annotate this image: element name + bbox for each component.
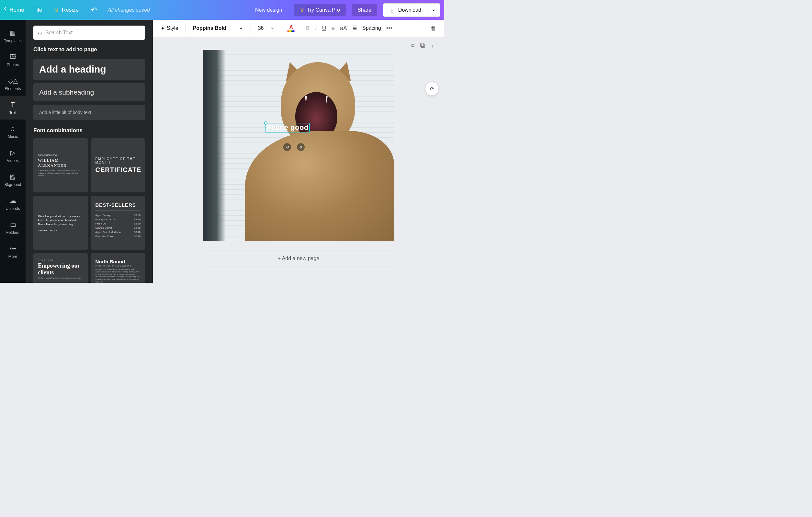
sparkle-icon (161, 25, 165, 31)
rail-bkground[interactable]: ▨Bkground (0, 168, 26, 191)
combo-text: Empowering our clients (38, 263, 83, 276)
try-pro-button[interactable]: Try Canva Pro (294, 4, 346, 16)
combo-text: Fresh OJ (95, 222, 106, 225)
rail-label: Templates (4, 38, 22, 43)
resize-menu[interactable]: Resize (51, 4, 82, 15)
combo-text: North Bound (95, 259, 141, 264)
chevron-left-icon (4, 7, 7, 13)
add-body-button[interactable]: Add a little bit of body text (33, 105, 145, 120)
chevron-down-icon (431, 7, 436, 13)
add-page-icon[interactable]: ＋ (430, 43, 435, 50)
combo-text: This certifies that (38, 154, 83, 157)
combo-text: $3.10 (134, 230, 141, 234)
rail-text[interactable]: TText (0, 96, 26, 119)
rotate-handle[interactable]: ⟲ (283, 143, 291, 151)
rail-label: More (8, 254, 17, 259)
combo-card[interactable]: This certifies that WILLIAM ALEXANDER is… (33, 138, 88, 192)
download-dropdown[interactable] (427, 3, 440, 17)
rail-folders[interactable]: 🗀Folders (0, 216, 26, 239)
share-button[interactable]: Share (352, 4, 377, 16)
rail-photos[interactable]: 🖼Photos (0, 48, 26, 72)
combo-text: Pear Kiwi Cooler (95, 235, 115, 238)
download-label: Download (398, 7, 421, 13)
text-content[interactable]: Feline good (267, 124, 309, 132)
panel-hint: Click text to add to page (33, 46, 145, 53)
bold-button[interactable]: B (305, 25, 310, 32)
combo-card[interactable]: EMPLOYEE OF THE MONTH CERTIFICATE (91, 138, 145, 192)
combo-text: Apple Carrot Madness (95, 230, 121, 234)
text-color-button[interactable]: A (288, 25, 295, 32)
undo-button[interactable] (88, 4, 100, 16)
rail-uploads[interactable]: ☁Uploads (0, 192, 26, 215)
color-bar-icon (288, 30, 295, 32)
font-combos-title: Font combinations (33, 127, 145, 134)
rail-label: Bkground (4, 182, 21, 187)
new-design-button[interactable]: New design (249, 4, 288, 16)
italic-button[interactable]: I (315, 25, 317, 32)
chevron-down-icon (239, 25, 243, 32)
search-input[interactable] (45, 30, 141, 36)
crown-icon (54, 6, 59, 13)
font-size-value: 36 (258, 25, 264, 31)
try-pro-label: Try Canva Pro (307, 7, 340, 13)
duplicate-page-icon[interactable]: ⿻ (420, 43, 426, 50)
chevron-down-icon (270, 25, 275, 32)
combo-text: CERTIFICATE (95, 166, 141, 174)
move-handle[interactable]: ✥ (297, 143, 304, 151)
font-select[interactable]: Poppins Bold (191, 23, 245, 33)
combo-text: WILLIAM ALEXANDER (38, 158, 83, 168)
resize-handle[interactable] (264, 121, 267, 125)
more-button[interactable]: ••• (386, 25, 393, 32)
align-button[interactable]: ≡ (331, 25, 335, 32)
search-wrap[interactable] (33, 26, 145, 40)
case-button[interactable]: aA (340, 25, 347, 32)
combo-text: According to Wikipedia, a paragraph is a… (95, 268, 141, 283)
delete-button[interactable] (431, 25, 436, 32)
templates-icon: ▦ (9, 29, 17, 36)
workspace: 🗎 ⿻ ＋ ⟳ (153, 37, 444, 283)
combo-text: Work like you don't need the money. Love… (38, 214, 83, 226)
download-icon (389, 6, 395, 13)
videos-icon: ▷ (9, 149, 17, 157)
combo-text: Pineapple Carrot (95, 218, 115, 221)
underline-button[interactable]: U (322, 25, 326, 32)
combo-text: $5.10 (134, 235, 141, 238)
download-button[interactable]: Download (383, 3, 427, 17)
sparkle-refresh-icon: ⟳ (430, 86, 434, 92)
style-button[interactable]: Style (158, 24, 180, 33)
add-heading-button[interactable]: Add a heading (33, 59, 145, 80)
notes-icon[interactable]: 🗎 (410, 43, 416, 50)
rail-music[interactable]: ♫Music (0, 120, 26, 143)
spacing-button[interactable]: Spacing (362, 25, 381, 31)
rail-label: Music (8, 134, 18, 139)
combo-text: $3.90 (134, 222, 141, 225)
combo-card[interactable]: PROGRESS Empowering our clients We have … (33, 253, 88, 283)
uploads-icon: ☁ (9, 197, 17, 205)
font-size-select[interactable]: 36 (256, 23, 277, 33)
combo-card[interactable]: BEST-SELLERS Apple Orange$3.90 Pineapple… (91, 196, 145, 250)
rail-label: Uploads (5, 206, 20, 211)
rail-templates[interactable]: ▦Templates (0, 24, 26, 48)
rail-more[interactable]: •••More (0, 240, 26, 263)
combo-text: INTERIOR DESIGN AND BUILDERS (95, 265, 141, 267)
bkground-icon: ▨ (9, 173, 17, 181)
text-icon: T (9, 101, 17, 109)
add-page-button[interactable]: + Add a new page (203, 250, 394, 267)
list-button[interactable]: ≣ (352, 25, 357, 32)
add-subheading-button[interactable]: Add a subheading (33, 83, 145, 101)
selected-text-element[interactable]: Feline good (265, 123, 310, 133)
rail-label: Photos (7, 62, 19, 67)
combo-text: We have over 20 years of consultancy exp… (38, 277, 83, 279)
combo-card[interactable]: North Bound INTERIOR DESIGN AND BUILDERS… (91, 253, 145, 283)
combo-card[interactable]: Work like you don't need the money. Love… (33, 196, 88, 250)
rail-videos[interactable]: ▷Videos (0, 144, 26, 167)
rail-label: Elements (4, 86, 21, 91)
letter-a-icon: A (289, 25, 293, 30)
rail-elements[interactable]: ◇△Elements (0, 72, 26, 96)
combo-text: PROGRESS (38, 259, 83, 261)
file-menu[interactable]: File (30, 5, 45, 15)
regenerate-button[interactable]: ⟳ (426, 82, 438, 95)
combo-text: $4.90 (134, 218, 141, 221)
canvas-page[interactable]: Feline good ⟲ ✥ (203, 50, 394, 241)
home-button[interactable]: Home (4, 7, 24, 13)
